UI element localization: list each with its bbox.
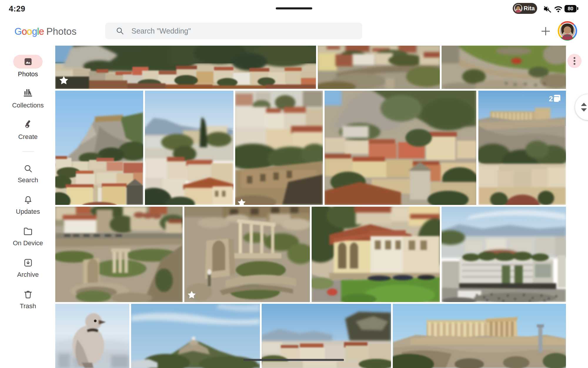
svg-text:2: 2: [549, 95, 553, 103]
